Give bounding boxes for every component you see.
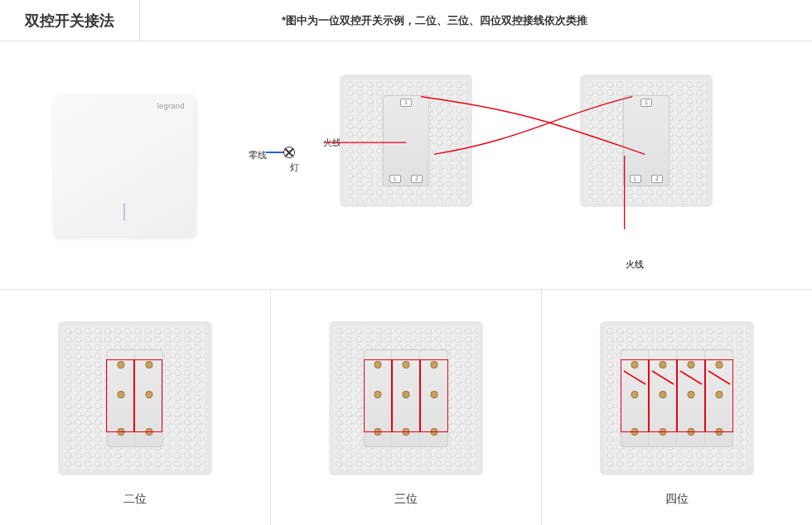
page-title: 双控开关接法	[0, 0, 140, 41]
switch-back-2gang	[58, 321, 212, 475]
switch-back-secondary: 1 L 2	[580, 75, 713, 207]
switch-back-primary: 1 L 2	[340, 75, 472, 207]
neutral-wire	[266, 152, 284, 153]
variant-two-gang: 二位	[0, 290, 271, 525]
brand-label: legrand	[157, 102, 185, 110]
variant-label: 二位	[123, 492, 147, 507]
header: 双控开关接法 *图中为一位双控开关示例，二位、三位、四位双控接线依次类推	[0, 0, 812, 41]
switch-back-3gang	[329, 321, 483, 475]
switch-front: legrand	[54, 95, 195, 236]
page-subtitle: *图中为一位双控开关示例，二位、三位、四位双控接线依次类推	[140, 13, 812, 28]
lamp-symbol	[283, 147, 295, 158]
terminal-L: L	[389, 175, 401, 183]
neutral-label: 零线	[249, 149, 267, 161]
variants-row: 二位 三位	[0, 290, 812, 525]
variant-three-gang: 三位	[271, 290, 542, 525]
wiring-svg	[249, 70, 812, 260]
switch-back-4gang	[600, 321, 754, 475]
wiring-diagram-row: legrand 零线 灯 火线 1 L 2	[0, 41, 812, 290]
indicator-led	[123, 203, 125, 221]
page: 双控开关接法 *图中为一位双控开关示例，二位、三位、四位双控接线依次类推 leg…	[0, 0, 812, 525]
terminal-2: 2	[411, 175, 423, 183]
lamp-label: 灯	[290, 161, 299, 174]
live-wire-label-a: 火线	[323, 137, 341, 149]
terminal-2: 2	[651, 175, 663, 183]
front-view-cell: legrand	[0, 70, 249, 260]
terminal-L: L	[630, 175, 641, 183]
variant-label: 三位	[394, 492, 418, 507]
variant-label: 四位	[665, 492, 689, 507]
wiring-area: 零线 灯 火线 1 L 2 1 L 2	[249, 70, 812, 260]
variant-four-gang: 四位	[542, 290, 812, 525]
live-wire-label-b: 火线	[626, 258, 644, 271]
terminal-1: 1	[400, 99, 412, 107]
terminal-1: 1	[640, 99, 652, 107]
